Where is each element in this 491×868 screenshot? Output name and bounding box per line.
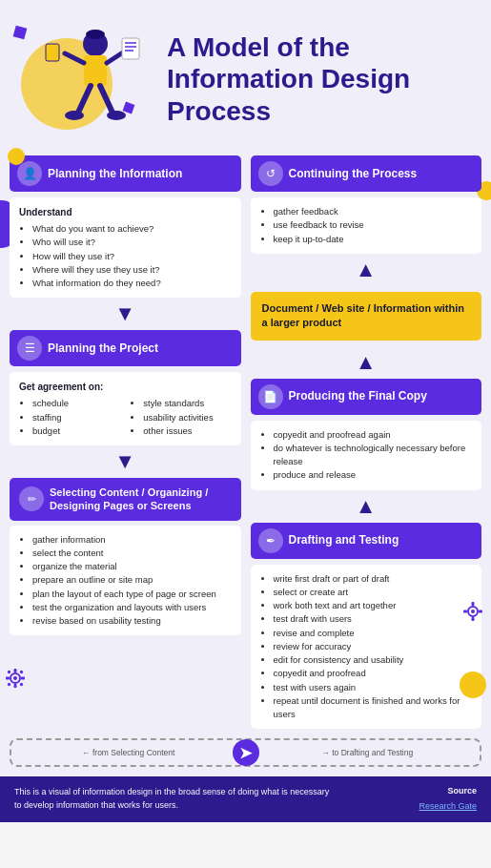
list-icon: ☰ bbox=[17, 336, 42, 361]
source-label: Source bbox=[419, 786, 477, 796]
svg-point-14 bbox=[65, 111, 84, 120]
list-item: test draft with users bbox=[274, 612, 473, 626]
main-content: 👤 Planning the Information Understand Wh… bbox=[0, 151, 491, 738]
producing-section: 📄 Producing the Final Copy copyedit and … bbox=[251, 379, 482, 490]
continuing-section: ↺ Continuing the Process gather feedback… bbox=[251, 155, 482, 254]
list-item: review for accuracy bbox=[274, 640, 473, 653]
list-item: gather information bbox=[32, 533, 232, 547]
svg-point-15 bbox=[107, 111, 126, 120]
deco-gear-right bbox=[462, 601, 483, 622]
planning-info-content: Understand What do you want to achieve? … bbox=[10, 197, 241, 298]
footer-text: This is a visual of information design i… bbox=[14, 786, 338, 812]
svg-rect-26 bbox=[19, 683, 23, 687]
document-icon: 📄 bbox=[258, 384, 283, 409]
svg-rect-5 bbox=[84, 55, 107, 86]
drafting-title: Drafting and Testing bbox=[289, 533, 399, 547]
svg-rect-31 bbox=[463, 610, 467, 613]
selecting-list: gather information select the content or… bbox=[19, 533, 232, 629]
svg-rect-25 bbox=[7, 683, 10, 687]
svg-rect-21 bbox=[6, 677, 10, 680]
arrow-up-1: ▲ bbox=[251, 258, 482, 282]
producing-title: Producing the Final Copy bbox=[289, 389, 427, 403]
selecting-header-inner: ✏ Selecting Content / Organizing / Desig… bbox=[19, 486, 232, 513]
page-wrapper: A Model of the Information Design Proces… bbox=[0, 0, 491, 822]
selecting-title: Selecting Content / Organizing / Designi… bbox=[50, 486, 232, 513]
header: A Model of the Information Design Proces… bbox=[0, 0, 491, 151]
planning-project-header: ☰ Planning the Project bbox=[10, 330, 241, 366]
project-list-2: style standards usability activities oth… bbox=[130, 397, 231, 438]
list-item: plan the layout of each type of page or … bbox=[32, 588, 232, 601]
list-item: schedule bbox=[32, 397, 120, 410]
understand-label: Understand bbox=[19, 205, 232, 219]
drafting-section: ✒ Drafting and Testing write first draft… bbox=[251, 523, 482, 730]
person-icon: 👤 bbox=[17, 161, 42, 186]
footer-source: Source Research Gate bbox=[419, 786, 477, 813]
svg-point-18 bbox=[13, 676, 17, 680]
list-item: copyedit and proofread again bbox=[274, 428, 473, 442]
continuing-content: gather feedback use feedback to revise k… bbox=[251, 197, 482, 254]
arrow-up-2: ▲ bbox=[251, 350, 482, 375]
left-column: 👤 Planning the Information Understand Wh… bbox=[10, 155, 246, 729]
agreement-label: Get agreement on: bbox=[19, 380, 232, 394]
planning-info-title: Planning the Information bbox=[48, 167, 182, 180]
list-item: What information do they need? bbox=[32, 277, 232, 290]
deco-gear-left bbox=[5, 668, 26, 689]
svg-rect-2 bbox=[123, 102, 135, 114]
producing-header: 📄 Producing the Final Copy bbox=[251, 379, 482, 415]
svg-point-4 bbox=[86, 30, 105, 39]
list-item: work both text and art together bbox=[274, 599, 473, 612]
arrow-down-1: ▼ bbox=[10, 301, 241, 326]
planning-project-title: Planning the Project bbox=[48, 341, 158, 355]
list-item: select or create art bbox=[274, 586, 473, 599]
list-item: test with users again bbox=[274, 681, 473, 694]
refresh-icon: ↺ bbox=[258, 161, 283, 186]
header-title: A Model of the Information Design Proces… bbox=[157, 31, 472, 128]
list-item: other issues bbox=[143, 424, 231, 438]
project-col2: style standards usability activities oth… bbox=[130, 397, 231, 438]
svg-rect-1 bbox=[13, 26, 28, 40]
edit-icon: ✏ bbox=[19, 486, 44, 511]
horizontal-arrow-icon: ➤ bbox=[233, 739, 259, 766]
pencil-icon: ✒ bbox=[258, 528, 283, 553]
footer: This is a visual of information design i… bbox=[0, 776, 491, 822]
drafting-list: write first draft or part of draft selec… bbox=[260, 572, 473, 722]
svg-rect-29 bbox=[472, 602, 475, 606]
list-item: select the content bbox=[32, 547, 232, 560]
svg-rect-20 bbox=[14, 684, 17, 688]
list-item: prepare an outline or site map bbox=[32, 573, 232, 587]
continuing-header: ↺ Continuing the Process bbox=[251, 155, 482, 192]
right-column: ↺ Continuing the Process gather feedback… bbox=[246, 155, 482, 729]
drafting-header: ✒ Drafting and Testing bbox=[251, 523, 482, 559]
main-title: A Model of the Information Design Proces… bbox=[167, 31, 472, 128]
producing-list: copyedit and proofread again do whatever… bbox=[260, 428, 473, 483]
footer-description: This is a visual of information design i… bbox=[14, 787, 329, 810]
selecting-header: ✏ Selecting Content / Organizing / Desig… bbox=[10, 478, 241, 521]
list-item: budget bbox=[32, 424, 120, 438]
document-box-text: Document / Web site / Information within… bbox=[262, 301, 471, 331]
list-item: revise and complete bbox=[274, 627, 473, 640]
drafting-content: write first draft or part of draft selec… bbox=[251, 565, 482, 730]
list-item: organize the material bbox=[32, 560, 232, 573]
header-illustration bbox=[10, 17, 157, 141]
list-item: produce and release bbox=[274, 468, 473, 482]
planning-info-section: 👤 Planning the Information Understand Wh… bbox=[10, 155, 241, 298]
selecting-content: gather information select the content or… bbox=[10, 526, 241, 636]
selecting-section: ✏ Selecting Content / Organizing / Desig… bbox=[10, 478, 241, 635]
list-item: What do you want to achieve? bbox=[32, 222, 232, 236]
svg-rect-16 bbox=[46, 44, 59, 61]
list-item: Who will use it? bbox=[32, 236, 232, 249]
arrow-up-3: ▲ bbox=[251, 494, 482, 519]
document-box: Document / Web site / Information within… bbox=[251, 292, 482, 341]
svg-rect-22 bbox=[21, 677, 25, 680]
project-col1: schedule staffing budget bbox=[19, 397, 120, 438]
list-item: usability activities bbox=[143, 411, 231, 424]
svg-rect-30 bbox=[472, 617, 475, 621]
list-item: test the organization and layouts with u… bbox=[32, 601, 232, 614]
svg-rect-32 bbox=[479, 610, 482, 613]
list-item: repeat until document is finished and wo… bbox=[274, 694, 473, 722]
source-link[interactable]: Research Gate bbox=[419, 801, 477, 811]
list-item: staffing bbox=[32, 411, 120, 424]
svg-rect-19 bbox=[14, 669, 17, 672]
dashed-left-label: ← from Selecting Content bbox=[15, 744, 246, 761]
list-item: use feedback to revise bbox=[274, 218, 473, 232]
